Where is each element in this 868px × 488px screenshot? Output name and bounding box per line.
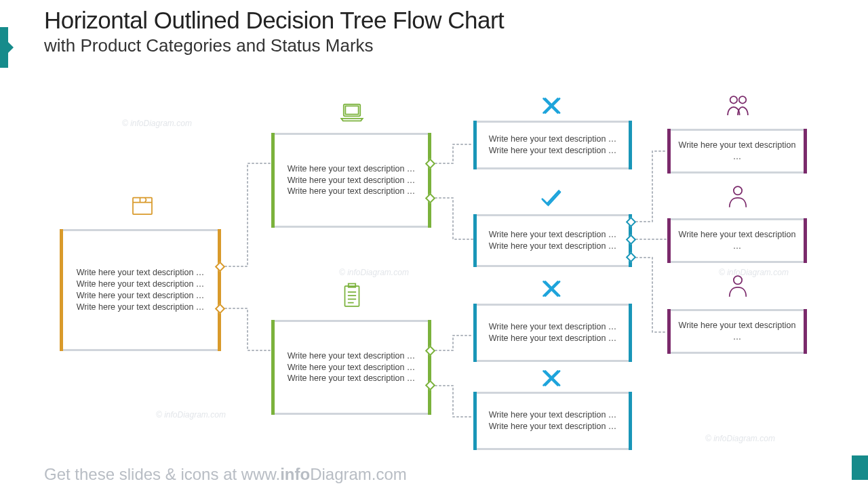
- node-a1: Write here your text description … Write…: [473, 121, 632, 169]
- node-text: Write here your text description …: [480, 409, 625, 421]
- svg-point-6: [739, 96, 747, 104]
- node-text: Write here your text description …: [480, 229, 625, 241]
- node-text: Write here your text description …: [278, 175, 425, 186]
- node-b1: Write here your text description … Write…: [473, 304, 632, 362]
- node-text: Write here your text description …: [674, 229, 800, 252]
- watermark: © infoDiagram.com: [339, 268, 409, 277]
- node-text: Write here your text description …: [278, 350, 425, 362]
- svg-point-8: [734, 276, 742, 284]
- node-text: Write here your text description …: [278, 373, 425, 384]
- node-text: Write here your text description …: [278, 362, 425, 373]
- node-p3: Write here your text description …: [667, 309, 807, 354]
- svg-point-5: [730, 96, 738, 104]
- cross-icon: [534, 272, 567, 305]
- people-two-icon: [722, 89, 754, 122]
- footer-pre: Get these slides & icons at www.: [44, 465, 280, 483]
- node-p2: Write here your text description …: [667, 218, 807, 263]
- node-text: Write here your text description …: [674, 320, 800, 343]
- diagram-canvas: © infoDiagram.com © infoDiagram.com © in…: [0, 0, 868, 488]
- node-text: Write here your text description …: [66, 290, 214, 302]
- node-root: Write here your text description … Write…: [60, 229, 221, 351]
- node-text: Write here your text description …: [480, 321, 625, 333]
- node-p1: Write here your text description …: [667, 129, 807, 174]
- node-text: Write here your text description …: [674, 140, 800, 163]
- node-a: Write here your text description … Write…: [271, 133, 431, 228]
- node-a2: Write here your text description … Write…: [473, 214, 632, 267]
- svg-rect-2: [345, 106, 358, 114]
- check-icon: [534, 182, 567, 214]
- svg-point-7: [734, 186, 742, 195]
- person-icon: [722, 180, 754, 213]
- node-b: Write here your text description … Write…: [271, 320, 431, 415]
- node-text: Write here your text description …: [480, 421, 625, 432]
- node-text: Write here your text description …: [480, 145, 625, 157]
- footer-credit: Get these slides & icons at www.infoDiag…: [44, 465, 407, 484]
- node-b2: Write here your text description … Write…: [473, 392, 632, 450]
- footer-rest: Diagram.com: [310, 465, 407, 483]
- box-icon: [126, 188, 159, 221]
- person-icon: [722, 270, 754, 302]
- node-text: Write here your text description …: [480, 333, 625, 344]
- node-text: Write here your text description …: [66, 267, 214, 279]
- watermark: © infoDiagram.com: [156, 410, 226, 420]
- svg-rect-0: [133, 198, 152, 215]
- laptop-icon: [336, 96, 368, 129]
- cross-icon: [534, 89, 567, 122]
- footer-bold: info: [280, 465, 310, 483]
- node-text: Write here your text description …: [66, 302, 214, 313]
- node-text: Write here your text description …: [480, 241, 625, 252]
- cross-icon: [534, 362, 567, 394]
- clipboard-icon: [336, 279, 368, 312]
- node-text: Write here your text description …: [278, 163, 425, 175]
- node-text: Write here your text description …: [480, 134, 625, 145]
- watermark: © infoDiagram.com: [705, 434, 775, 443]
- node-text: Write here your text description …: [66, 279, 214, 290]
- node-text: Write here your text description …: [278, 186, 425, 197]
- watermark: © infoDiagram.com: [122, 119, 192, 128]
